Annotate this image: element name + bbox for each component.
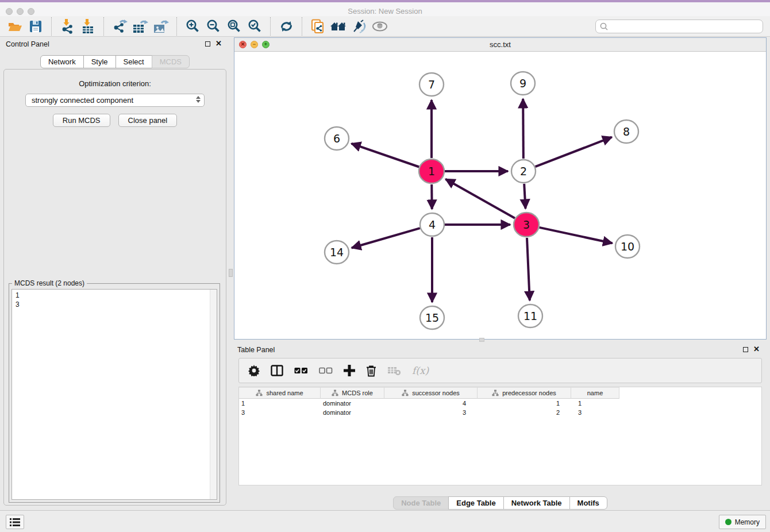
export-image-icon [153, 19, 169, 34]
import-table-icon [80, 19, 95, 34]
tab-mcds[interactable]: MCDS [152, 55, 190, 68]
float-panel-icon[interactable] [205, 41, 210, 47]
search-input[interactable] [609, 22, 763, 31]
import-network-button[interactable] [57, 17, 78, 36]
apply-layout-button[interactable] [276, 17, 297, 36]
zoom-out-button[interactable] [203, 17, 224, 36]
search-box[interactable] [595, 20, 763, 33]
graph-edge-2-8[interactable] [536, 137, 612, 167]
open-folder-icon [7, 20, 22, 33]
split-columns-button[interactable] [271, 365, 283, 376]
result-scrollbar[interactable] [210, 290, 217, 499]
close-panel-icon[interactable]: ✕ [215, 40, 222, 48]
column-header-predecessor-nodes[interactable]: predecessor nodes [478, 387, 571, 399]
graph-edge-3-10[interactable] [539, 228, 612, 243]
column-header-successor-nodes[interactable]: successor nodes [384, 387, 478, 399]
delete-table-icon [387, 365, 401, 376]
column-header-shared-name[interactable]: shared name [239, 387, 321, 399]
graph-edge-3-1[interactable] [445, 179, 515, 218]
tab-network-table[interactable]: Network Table [503, 496, 570, 510]
export-image-button[interactable] [151, 17, 171, 36]
table-cell[interactable]: 4 [384, 400, 478, 407]
plus-icon [344, 365, 355, 376]
table-cell[interactable]: 1 [478, 400, 571, 407]
tab-motifs[interactable]: Motifs [569, 496, 607, 510]
run-mcds-button[interactable]: Run MCDS [53, 114, 110, 127]
status-bar: Memory [0, 510, 770, 532]
criterion-select[interactable]: strongly connected component [25, 94, 205, 107]
function-builder-button[interactable]: f(x) [412, 365, 429, 376]
table-cell[interactable]: 2 [478, 409, 571, 416]
open-session-button[interactable] [5, 17, 25, 36]
criterion-value: strongly connected component [32, 96, 133, 105]
hide-graphics-details-button[interactable] [349, 17, 369, 36]
first-neighbors-button[interactable] [328, 17, 349, 36]
network-window-title: scc.txt [234, 40, 766, 49]
select-all-button[interactable] [294, 367, 308, 374]
gear-icon [248, 365, 260, 376]
graph-edge-1-6[interactable] [352, 144, 419, 167]
network-canvas[interactable]: 7968124314101511 [234, 51, 766, 339]
memory-button[interactable]: Memory [719, 515, 766, 529]
tab-network[interactable]: Network [40, 55, 84, 68]
table-cell[interactable]: 1 [571, 400, 619, 407]
zoom-fit-button[interactable] [224, 17, 244, 36]
graph-edge-2-3[interactable] [524, 184, 525, 209]
table-row[interactable]: 1dominator411 [239, 399, 761, 408]
table-cell[interactable]: 3 [384, 409, 478, 416]
tab-select[interactable]: Select [116, 55, 152, 68]
close-table-panel-icon[interactable]: ✕ [753, 345, 760, 353]
column-header-label: predecessor nodes [502, 390, 556, 396]
control-panel-tabs: Network Style Select MCDS [0, 55, 230, 68]
show-hide-button[interactable] [369, 17, 390, 36]
close-panel-button[interactable]: Close panel [118, 114, 178, 127]
export-network-button[interactable] [109, 17, 130, 36]
mcds-result-text[interactable]: 13 [11, 289, 217, 500]
zoom-selected-icon [248, 19, 262, 33]
clone-network-button[interactable] [307, 17, 328, 36]
add-column-button[interactable] [344, 365, 355, 376]
column-header-MCDS-role[interactable]: MCDS role [321, 387, 384, 399]
graph-edge-2-9[interactable] [523, 99, 523, 159]
save-session-button[interactable] [25, 17, 46, 36]
task-history-button[interactable] [6, 515, 24, 529]
graph-edge-3-11[interactable] [527, 238, 530, 300]
table-cell[interactable]: dominator [321, 400, 384, 407]
graph-node-label: 2 [520, 165, 527, 178]
horizontal-splitter-handle[interactable] [479, 338, 484, 342]
delete-column-button[interactable] [366, 365, 376, 377]
column-header-name[interactable]: name [571, 387, 619, 399]
tab-style[interactable]: Style [83, 55, 116, 68]
import-table-button[interactable] [78, 17, 98, 36]
export-table-icon [132, 19, 148, 34]
float-table-panel-icon[interactable] [743, 347, 748, 352]
eye-icon [372, 21, 388, 32]
deselect-all-button[interactable] [319, 367, 333, 374]
zoom-in-button[interactable] [182, 17, 203, 36]
table-cell[interactable]: 1 [239, 400, 321, 407]
graph-edge-4-14[interactable] [352, 228, 420, 248]
export-table-button[interactable] [130, 17, 151, 36]
table-row[interactable]: 3dominator323 [239, 408, 761, 417]
main-toolbar [0, 16, 770, 37]
toolbar-separator [103, 17, 104, 36]
zoom-selected-button[interactable] [244, 17, 265, 36]
trash-icon [366, 365, 376, 377]
tab-edge-table[interactable]: Edge Table [448, 496, 503, 510]
table-cell[interactable]: 3 [571, 409, 619, 416]
table-panel: Table Panel ✕ f(x) shared nameMCDS roles… [234, 343, 767, 510]
graph-node-label: 3 [523, 218, 530, 231]
graph-node-label: 1 [428, 165, 435, 178]
table-cell[interactable]: dominator [321, 409, 384, 416]
delete-table-button[interactable] [387, 365, 401, 376]
control-panel-title: Control Panel [6, 40, 49, 48]
vertical-splitter-handle[interactable] [229, 269, 233, 277]
node-table[interactable]: shared nameMCDS rolesuccessor nodesprede… [238, 387, 762, 485]
table-cell[interactable]: 3 [239, 409, 321, 416]
mcds-result-group: MCDS result (2 nodes) 13 [9, 283, 220, 503]
table-settings-button[interactable] [248, 365, 260, 376]
toolbar-separator [51, 17, 52, 36]
tab-node-table[interactable]: Node Table [393, 496, 449, 510]
network-window-titlebar: ✕ − + scc.txt [234, 38, 766, 52]
column-type-icon [402, 390, 409, 396]
